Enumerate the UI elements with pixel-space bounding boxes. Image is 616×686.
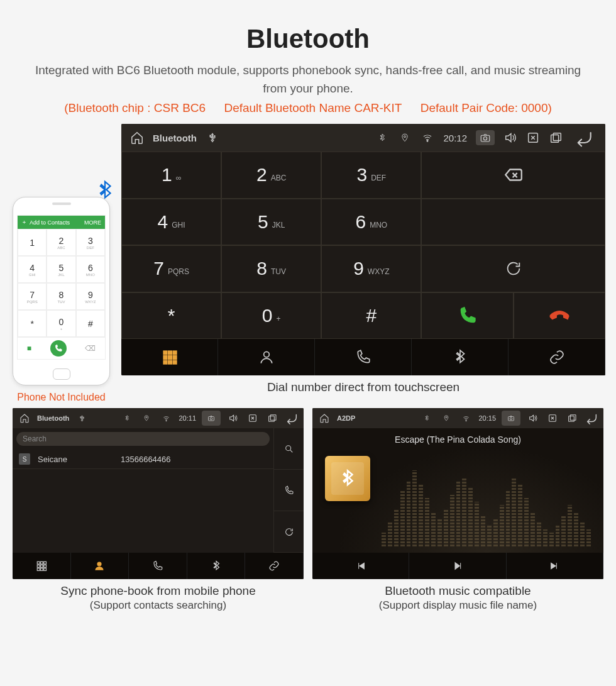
spec-code: Default Pair Code: 0000): [421, 101, 552, 114]
home-icon[interactable]: [130, 130, 144, 145]
spec-chip: (Bluetooth chip : CSR BC6: [64, 101, 206, 114]
contacts-search-input[interactable]: Search: [16, 432, 270, 446]
tab-recent-calls[interactable]: [129, 553, 187, 579]
tab-pair[interactable]: [245, 553, 304, 579]
play-pause-button[interactable]: [409, 553, 506, 579]
usb-icon: [75, 415, 89, 422]
recent-apps-icon[interactable]: [265, 413, 279, 423]
headunit-dialer: Bluetooth 20:12 1∞2ABC3DEF4GHI5JKL6MNO7P…: [121, 124, 605, 375]
tab-recent-calls[interactable]: [315, 339, 412, 375]
phone-key-9[interactable]: 9WXYZ: [76, 283, 105, 310]
dial-key-9[interactable]: 9WXYZ: [321, 245, 421, 292]
side-call-button[interactable]: [273, 470, 304, 511]
song-title: Escape (The Pina Colada Song): [395, 434, 521, 445]
dial-key-2[interactable]: 2ABC: [221, 152, 321, 199]
phone-key-*[interactable]: *: [18, 310, 47, 337]
bluetooth-icon: [375, 133, 389, 142]
bottom-tabs: [121, 339, 605, 375]
volume-icon[interactable]: [226, 413, 240, 423]
empty-action: [421, 199, 605, 246]
statusbar-title: Bluetooth: [153, 133, 197, 143]
contact-row[interactable]: SSeicane13566664466: [13, 450, 273, 469]
camera-icon[interactable]: [502, 411, 520, 426]
back-icon[interactable]: [571, 128, 597, 148]
dial-key-8[interactable]: 8TUV: [221, 245, 321, 292]
phone-key-3[interactable]: 3DEF: [76, 229, 105, 256]
close-box-icon[interactable]: [526, 130, 540, 145]
phone-key-7[interactable]: 7PQRS: [18, 283, 47, 310]
tab-bluetooth[interactable]: [412, 339, 509, 375]
dial-key-*[interactable]: *: [121, 292, 221, 340]
phone-key-4[interactable]: 4GHI: [18, 256, 47, 283]
statusbar-time: 20:15: [478, 414, 496, 422]
dial-key-7[interactable]: 7PQRS: [121, 245, 221, 292]
tab-contacts[interactable]: [218, 339, 315, 375]
album-art: [325, 456, 370, 501]
bluetooth-specs: (Bluetooth chip : CSR BC6 Default Blueto…: [6, 101, 610, 115]
phone-call-button[interactable]: [50, 340, 67, 357]
volume-icon[interactable]: [503, 130, 517, 145]
phone-key-#[interactable]: #: [76, 310, 105, 337]
bluetooth-icon: [120, 415, 134, 421]
page-title: Bluetooth: [6, 24, 610, 54]
music-caption: Bluetooth music compatible (Support disp…: [312, 584, 603, 612]
usb-icon: [206, 133, 219, 143]
dial-key-#[interactable]: #: [321, 292, 421, 340]
recent-apps-icon[interactable]: [565, 413, 579, 423]
statusbar-time: 20:12: [443, 133, 467, 143]
side-refresh-button[interactable]: [273, 511, 304, 553]
hangup-button[interactable]: [514, 292, 605, 340]
back-icon[interactable]: [585, 411, 598, 425]
spec-name: Default Bluetooth Name CAR-KIT: [224, 101, 402, 114]
phone-key-5[interactable]: 5JKL: [47, 256, 75, 283]
headunit-music: A2DP 20:15 Escape (The: [312, 408, 603, 579]
side-search-button[interactable]: [273, 428, 304, 470]
wifi-icon: [159, 415, 173, 422]
phone-key-8[interactable]: 8TUV: [47, 283, 75, 310]
tab-contacts[interactable]: [71, 553, 129, 579]
dial-key-1[interactable]: 1∞: [121, 152, 221, 199]
headunit-contacts: Bluetooth 20:11: [13, 408, 304, 579]
dial-key-0[interactable]: 0+: [221, 292, 321, 340]
recent-apps-icon[interactable]: [549, 130, 563, 145]
music-caption-1: Bluetooth music compatible: [385, 584, 531, 597]
page-description: Integrated with BC6 Bluetooth module, su…: [6, 62, 610, 97]
equalizer-visual: [382, 477, 591, 546]
tab-keypad[interactable]: [13, 553, 71, 579]
phone-key-0[interactable]: 0+: [47, 310, 75, 337]
wifi-icon: [459, 415, 473, 422]
refresh-button[interactable]: [421, 245, 605, 292]
close-box-icon[interactable]: [246, 413, 260, 423]
statusbar: Bluetooth 20:12: [121, 124, 605, 152]
next-track-button[interactable]: [507, 553, 603, 579]
back-icon[interactable]: [285, 411, 299, 425]
phone-mockup: ＋Add to Contacts MORE 12ABC3DEF4GHI5JKL6…: [13, 197, 110, 385]
bluetooth-signal-icon: [94, 180, 116, 206]
location-icon: [140, 415, 153, 421]
contacts-caption-2: (Support contacts searching): [90, 599, 226, 611]
phone-key-6[interactable]: 6MNO: [76, 256, 105, 283]
dial-key-6[interactable]: 6MNO: [321, 199, 421, 246]
camera-icon[interactable]: [202, 411, 221, 426]
statusbar-time: 20:11: [179, 414, 196, 422]
music-caption-2: (Support display music file name): [379, 599, 537, 611]
close-box-icon[interactable]: [546, 413, 559, 423]
phone-key-2[interactable]: 2ABC: [47, 229, 75, 256]
contacts-caption-1: Sync phone-book from mobile phone: [60, 584, 256, 597]
phone-key-1[interactable]: 1: [18, 229, 47, 256]
dial-key-4[interactable]: 4GHI: [121, 199, 221, 246]
dial-key-3[interactable]: 3DEF: [321, 152, 421, 199]
backspace-button[interactable]: [421, 152, 605, 199]
home-icon[interactable]: [18, 413, 31, 423]
tab-bluetooth[interactable]: [187, 553, 246, 579]
home-icon[interactable]: [317, 413, 331, 423]
phone-video-icon: ■: [27, 344, 31, 353]
prev-track-button[interactable]: [312, 553, 409, 579]
dial-key-5[interactable]: 5JKL: [221, 199, 321, 246]
camera-icon[interactable]: [476, 130, 495, 145]
phone-backspace-icon: ⌫: [85, 344, 96, 353]
call-button[interactable]: [421, 292, 513, 340]
tab-pair[interactable]: [509, 339, 605, 375]
tab-keypad[interactable]: [121, 339, 218, 375]
volume-icon[interactable]: [526, 413, 540, 423]
